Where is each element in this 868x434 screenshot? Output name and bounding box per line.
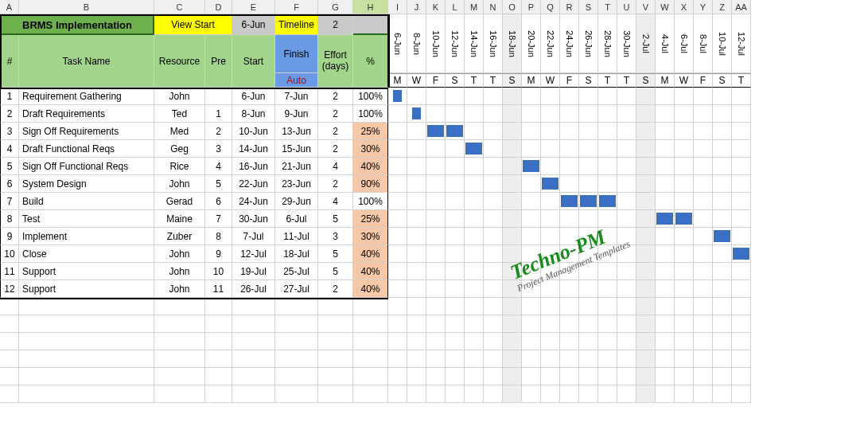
empty-cell[interactable] bbox=[598, 333, 617, 350]
resource-cell[interactable]: Zuber bbox=[154, 228, 205, 245]
percent-cell[interactable]: 30% bbox=[353, 228, 388, 245]
gantt-cell[interactable] bbox=[675, 280, 694, 298]
gantt-cell[interactable] bbox=[617, 228, 636, 245]
pre-cell[interactable]: 4 bbox=[205, 158, 232, 175]
start-cell[interactable]: 16-Jun bbox=[232, 158, 275, 175]
col-header[interactable]: H bbox=[353, 0, 388, 14]
start-cell[interactable]: 12-Jul bbox=[232, 245, 275, 263]
empty-cell[interactable] bbox=[694, 385, 713, 403]
col-header[interactable]: P bbox=[522, 0, 541, 14]
empty-cell[interactable] bbox=[465, 315, 484, 333]
gantt-cell[interactable] bbox=[407, 123, 426, 140]
gantt-cell[interactable] bbox=[426, 193, 446, 210]
finish-cell[interactable]: 25-Jul bbox=[275, 263, 318, 280]
pre-cell[interactable]: 1 bbox=[205, 105, 232, 123]
gantt-cell[interactable] bbox=[484, 158, 503, 175]
gantt-cell[interactable] bbox=[522, 88, 541, 105]
empty-cell[interactable] bbox=[656, 385, 675, 403]
empty-cell[interactable] bbox=[353, 315, 388, 333]
start-cell[interactable]: 10-Jun bbox=[232, 123, 275, 140]
gantt-cell[interactable] bbox=[522, 193, 541, 210]
gantt-cell[interactable] bbox=[484, 123, 503, 140]
gantt-cell[interactable] bbox=[446, 140, 465, 158]
percent-cell[interactable]: 40% bbox=[353, 263, 388, 280]
empty-cell[interactable] bbox=[388, 298, 407, 315]
gantt-cell[interactable] bbox=[713, 105, 732, 123]
finish-cell[interactable]: 11-Jul bbox=[275, 228, 318, 245]
empty-cell[interactable] bbox=[560, 315, 579, 333]
gantt-cell[interactable] bbox=[560, 140, 579, 158]
effort-cell[interactable]: 2 bbox=[318, 105, 353, 123]
empty-cell[interactable] bbox=[465, 350, 484, 368]
gantt-cell[interactable] bbox=[446, 105, 465, 123]
col-header[interactable]: T bbox=[598, 0, 617, 14]
gantt-cell[interactable] bbox=[732, 105, 751, 123]
gantt-cell[interactable] bbox=[407, 228, 426, 245]
gantt-cell[interactable] bbox=[407, 280, 426, 298]
gantt-cell[interactable] bbox=[446, 228, 465, 245]
gantt-cell[interactable] bbox=[388, 140, 407, 158]
gantt-cell[interactable] bbox=[694, 175, 713, 193]
empty-cell[interactable] bbox=[732, 333, 751, 350]
effort-cell[interactable]: 5 bbox=[318, 263, 353, 280]
gantt-cell[interactable] bbox=[675, 105, 694, 123]
gantt-cell[interactable] bbox=[522, 245, 541, 263]
gantt-cell[interactable] bbox=[675, 228, 694, 245]
spreadsheet[interactable]: ABCDEFGHIJKLMNOPQRSTUVWXYZAABRMS Impleme… bbox=[0, 0, 868, 403]
empty-cell[interactable] bbox=[232, 368, 275, 385]
start-cell[interactable]: 7-Jul bbox=[232, 228, 275, 245]
empty-cell[interactable] bbox=[713, 350, 732, 368]
gantt-cell[interactable] bbox=[636, 210, 656, 228]
empty-cell[interactable] bbox=[503, 385, 522, 403]
col-header[interactable]: J bbox=[407, 0, 426, 14]
gantt-cell[interactable] bbox=[694, 123, 713, 140]
gantt-cell[interactable] bbox=[694, 245, 713, 263]
col-header[interactable]: A bbox=[0, 0, 19, 14]
col-header[interactable]: Z bbox=[713, 0, 732, 14]
gantt-cell[interactable] bbox=[446, 175, 465, 193]
empty-cell[interactable] bbox=[598, 298, 617, 315]
gantt-cell[interactable] bbox=[636, 263, 656, 280]
gantt-cell[interactable] bbox=[484, 88, 503, 105]
gantt-cell[interactable] bbox=[694, 105, 713, 123]
gantt-cell[interactable] bbox=[522, 263, 541, 280]
col-header[interactable]: K bbox=[426, 0, 446, 14]
gantt-cell[interactable] bbox=[713, 245, 732, 263]
gantt-cell[interactable] bbox=[598, 88, 617, 105]
gantt-cell[interactable] bbox=[407, 193, 426, 210]
empty-cell[interactable] bbox=[694, 298, 713, 315]
gantt-cell[interactable] bbox=[465, 105, 484, 123]
gantt-cell[interactable] bbox=[522, 140, 541, 158]
empty-cell[interactable] bbox=[19, 368, 154, 385]
col-header[interactable]: M bbox=[465, 0, 484, 14]
percent-cell[interactable]: 100% bbox=[353, 88, 388, 105]
gantt-cell[interactable] bbox=[617, 175, 636, 193]
gantt-cell[interactable] bbox=[694, 140, 713, 158]
empty-cell[interactable] bbox=[656, 350, 675, 368]
empty-cell[interactable] bbox=[522, 333, 541, 350]
empty-cell[interactable] bbox=[675, 333, 694, 350]
empty-cell[interactable] bbox=[636, 333, 656, 350]
empty-cell[interactable] bbox=[388, 315, 407, 333]
gantt-cell[interactable] bbox=[541, 175, 560, 193]
empty-cell[interactable] bbox=[446, 333, 465, 350]
view-start-value[interactable]: 6-Jun bbox=[232, 14, 275, 35]
empty-cell[interactable] bbox=[732, 368, 751, 385]
gantt-cell[interactable] bbox=[598, 105, 617, 123]
col-header[interactable]: S bbox=[579, 0, 598, 14]
empty-cell[interactable] bbox=[388, 385, 407, 403]
empty-cell[interactable] bbox=[541, 350, 560, 368]
empty-cell[interactable] bbox=[318, 350, 353, 368]
empty-cell[interactable] bbox=[617, 298, 636, 315]
empty-cell[interactable] bbox=[503, 368, 522, 385]
empty-cell[interactable] bbox=[407, 385, 426, 403]
empty-cell[interactable] bbox=[275, 385, 318, 403]
gantt-cell[interactable] bbox=[675, 123, 694, 140]
gantt-cell[interactable] bbox=[388, 228, 407, 245]
gantt-cell[interactable] bbox=[694, 210, 713, 228]
empty-cell[interactable] bbox=[560, 298, 579, 315]
empty-cell[interactable] bbox=[656, 333, 675, 350]
col-header[interactable]: R bbox=[560, 0, 579, 14]
empty-cell[interactable] bbox=[446, 385, 465, 403]
percent-cell[interactable]: 90% bbox=[353, 175, 388, 193]
